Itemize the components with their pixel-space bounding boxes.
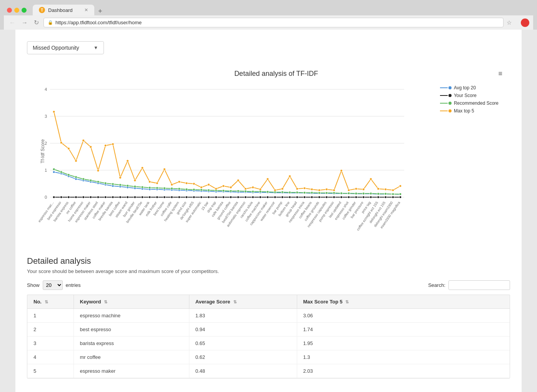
analysis-section: Detailed analysis Your score should be b… xyxy=(27,256,510,379)
svg-point-166 xyxy=(141,186,144,188)
th-avg-score[interactable]: Average Score ⇅ xyxy=(189,295,297,309)
svg-point-160 xyxy=(97,181,99,183)
svg-point-232 xyxy=(274,189,276,191)
cell-max-score: 1.74 xyxy=(297,323,510,337)
svg-point-187 xyxy=(296,191,298,194)
chart-legend: Avg top 20 Your Score Recommended Score xyxy=(440,85,499,116)
svg-point-217 xyxy=(163,168,166,171)
new-tab-button[interactable]: + xyxy=(96,7,105,15)
svg-point-116 xyxy=(127,196,129,198)
svg-point-127 xyxy=(207,196,210,198)
profile-avatar[interactable] xyxy=(521,18,529,27)
cell-avg-score: 0.94 xyxy=(189,323,297,337)
svg-point-171 xyxy=(178,188,181,190)
svg-point-242 xyxy=(348,189,350,191)
svg-point-174 xyxy=(200,189,202,191)
data-table-wrapper: No. ⇅ Keyword ⇅ Average Score ⇅ Max Scor… xyxy=(27,295,510,379)
cell-keyword: barista express xyxy=(74,337,189,350)
svg-point-186 xyxy=(289,191,291,194)
legend-recommended-label: Recommended Score xyxy=(454,101,499,106)
svg-point-172 xyxy=(186,188,188,191)
chart-title: Detailed analysis of TF-IDF xyxy=(50,70,502,78)
svg-point-170 xyxy=(171,188,173,190)
svg-point-200 xyxy=(392,193,394,195)
analysis-title: Detailed analysis xyxy=(27,256,510,266)
cell-avg-score: 0.48 xyxy=(189,364,297,378)
lock-icon: 🔒 xyxy=(48,20,53,25)
svg-point-223 xyxy=(207,183,210,186)
svg-point-123 xyxy=(178,196,181,198)
cell-keyword: espresso machine xyxy=(74,309,189,323)
svg-point-183 xyxy=(266,191,269,193)
svg-point-151 xyxy=(385,196,387,198)
svg-point-207 xyxy=(90,146,92,148)
svg-point-134 xyxy=(259,196,261,198)
svg-point-181 xyxy=(252,191,254,193)
address-bar[interactable]: 🔒 https://app.tfidftool.com/tfidf/user/h… xyxy=(43,18,504,27)
cell-no: 5 xyxy=(27,364,74,378)
table-body: 1 espresso machine 1.83 3.06 2 best espr… xyxy=(27,309,510,378)
th-no[interactable]: No. ⇅ xyxy=(27,295,74,309)
svg-point-226 xyxy=(230,186,232,189)
svg-point-144 xyxy=(333,196,335,198)
svg-point-121 xyxy=(163,196,166,198)
svg-point-196 xyxy=(362,193,365,195)
svg-point-233 xyxy=(281,188,284,190)
svg-point-139 xyxy=(296,196,298,198)
cell-keyword: mr coffee xyxy=(74,350,189,364)
reload-button[interactable]: ↻ xyxy=(32,19,40,26)
legend-your-score: Your Score xyxy=(440,93,499,98)
back-button[interactable]: ← xyxy=(8,19,17,26)
svg-point-159 xyxy=(90,179,92,182)
svg-point-199 xyxy=(385,193,387,195)
traffic-light-close[interactable] xyxy=(7,8,12,13)
sort-icon-keyword: ⇅ xyxy=(104,300,107,304)
svg-point-219 xyxy=(178,181,181,183)
svg-point-218 xyxy=(171,183,173,186)
svg-point-204 xyxy=(67,147,70,150)
forward-button[interactable]: → xyxy=(20,19,29,26)
svg-point-107 xyxy=(60,196,62,198)
chevron-down-icon: ▼ xyxy=(94,45,98,50)
tab-favicon: T xyxy=(39,7,45,13)
svg-point-162 xyxy=(112,183,114,185)
analysis-type-dropdown[interactable]: Missed Opportunity ▼ xyxy=(27,41,104,54)
svg-point-110 xyxy=(82,196,85,198)
svg-point-114 xyxy=(112,196,114,198)
svg-point-210 xyxy=(112,143,114,145)
traffic-light-minimize[interactable] xyxy=(14,8,19,13)
svg-point-237 xyxy=(311,188,313,191)
svg-point-209 xyxy=(104,144,107,147)
svg-point-169 xyxy=(163,187,166,189)
browser-tab-dashboard[interactable]: T Dashboard ✕ xyxy=(33,5,94,15)
y-axis-label: Tf-Idf Score xyxy=(40,139,45,164)
svg-point-143 xyxy=(326,196,328,198)
svg-point-220 xyxy=(186,182,188,184)
tab-close-button[interactable]: ✕ xyxy=(84,7,88,13)
svg-point-131 xyxy=(237,196,239,198)
cell-max-score: 2.03 xyxy=(297,364,510,378)
sort-icon-avg: ⇅ xyxy=(233,300,237,304)
entries-select[interactable]: 20 10 50 100 xyxy=(43,280,63,290)
search-input[interactable] xyxy=(448,280,510,290)
th-keyword[interactable]: Keyword ⇅ xyxy=(74,295,189,309)
svg-point-167 xyxy=(149,186,151,189)
svg-point-124 xyxy=(186,196,188,198)
legend-max-top5-label: Max top 5 xyxy=(454,108,474,114)
svg-point-227 xyxy=(237,179,239,182)
th-max-score[interactable]: Max Score Top 5 ⇅ xyxy=(297,295,510,309)
bookmark-star-icon[interactable]: ☆ xyxy=(507,19,512,26)
traffic-light-maximize[interactable] xyxy=(22,8,27,13)
svg-point-248 xyxy=(392,189,394,191)
svg-point-178 xyxy=(230,190,232,192)
cell-avg-score: 1.83 xyxy=(189,309,297,323)
svg-point-249 xyxy=(399,185,401,187)
chart-menu-icon[interactable]: ≡ xyxy=(498,70,502,78)
svg-point-215 xyxy=(149,181,151,183)
svg-point-136 xyxy=(274,196,276,198)
cell-avg-score: 0.62 xyxy=(189,350,297,364)
show-entries-control: Show 20 10 50 100 entries xyxy=(27,280,81,290)
svg-point-122 xyxy=(171,196,173,198)
svg-point-140 xyxy=(303,196,306,198)
sort-icon-no: ⇅ xyxy=(45,300,48,304)
